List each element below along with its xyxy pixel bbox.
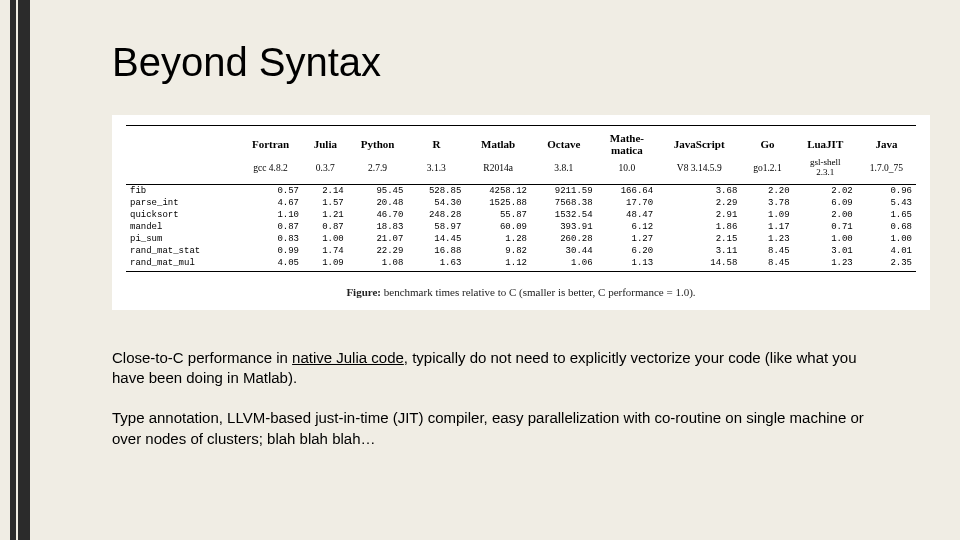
cell: 393.91 [531, 221, 597, 233]
figure-caption: Figure: benchmark times relative to C (s… [126, 286, 916, 298]
cell: 1.23 [794, 257, 857, 272]
cell: 166.64 [597, 184, 658, 197]
col-version: 1.7.0_75 [857, 157, 916, 184]
cell: 14.45 [407, 233, 465, 245]
row-label: pi_sum [126, 233, 238, 245]
cell: 9211.59 [531, 184, 597, 197]
cell: 1.00 [794, 233, 857, 245]
table-row: rand_mat_mul4.051.091.081.631.121.061.13… [126, 257, 916, 272]
cell: 1.08 [348, 257, 408, 272]
cell: 95.45 [348, 184, 408, 197]
col-header: Julia [303, 126, 348, 158]
col-version: V8 3.14.5.9 [657, 157, 741, 184]
benchmark-figure: Fortran Julia Python R Matlab Octave Mat… [112, 115, 930, 310]
col-version: 0.3.7 [303, 157, 348, 184]
cell: 248.28 [407, 209, 465, 221]
cell: 1.23 [741, 233, 793, 245]
cell: 1.13 [597, 257, 658, 272]
col-version: gsl-shell2.3.1 [794, 157, 857, 184]
paragraph-2: Type annotation, LLVM-based just-in-time… [112, 408, 892, 449]
cell: 18.83 [348, 221, 408, 233]
cell: 1.00 [303, 233, 348, 245]
col-version: gcc 4.8.2 [238, 157, 303, 184]
row-label: quicksort [126, 209, 238, 221]
row-label: fib [126, 184, 238, 197]
col-header: LuaJIT [794, 126, 857, 158]
cell: 3.01 [794, 245, 857, 257]
table-row: quicksort1.101.2146.70248.2855.871532.54… [126, 209, 916, 221]
cell: 1.28 [465, 233, 531, 245]
slide-title: Beyond Syntax [112, 40, 920, 85]
cell: 1.10 [238, 209, 303, 221]
cell: 2.02 [794, 184, 857, 197]
col-version: 3.8.1 [531, 157, 597, 184]
underlined-text: native Julia code [292, 349, 404, 366]
benchmark-table: Fortran Julia Python R Matlab Octave Mat… [126, 125, 916, 272]
col-header: Mathe-matica [597, 126, 658, 158]
cell: 1.12 [465, 257, 531, 272]
cell: 46.70 [348, 209, 408, 221]
table-row: parse_int4.671.5720.4854.301525.887568.3… [126, 197, 916, 209]
cell: 9.82 [465, 245, 531, 257]
cell: 6.20 [597, 245, 658, 257]
cell: 55.87 [465, 209, 531, 221]
row-label: mandel [126, 221, 238, 233]
cell: 0.87 [238, 221, 303, 233]
cell: 21.07 [348, 233, 408, 245]
col-version: 2.7.9 [348, 157, 408, 184]
col-header: Matlab [465, 126, 531, 158]
cell: 1.09 [741, 209, 793, 221]
cell: 2.91 [657, 209, 741, 221]
cell: 4.01 [857, 245, 916, 257]
cell: 54.30 [407, 197, 465, 209]
cell: 1.74 [303, 245, 348, 257]
slide-content: Beyond Syntax Fortran Julia Python R Mat… [32, 0, 960, 540]
cell: 14.58 [657, 257, 741, 272]
body-text: Close-to-C performance in native Julia c… [112, 348, 892, 449]
cell: 2.00 [794, 209, 857, 221]
cell: 1.27 [597, 233, 658, 245]
cell: 4.05 [238, 257, 303, 272]
cell: 1.00 [857, 233, 916, 245]
col-header: Java [857, 126, 916, 158]
col-header: R [407, 126, 465, 158]
cell: 1.63 [407, 257, 465, 272]
cell: 0.57 [238, 184, 303, 197]
cell: 30.44 [531, 245, 597, 257]
cell: 1.65 [857, 209, 916, 221]
table-row: mandel0.870.8718.8358.9760.09393.916.121… [126, 221, 916, 233]
cell: 1532.54 [531, 209, 597, 221]
cell: 5.43 [857, 197, 916, 209]
col-header: Fortran [238, 126, 303, 158]
col-version: go1.2.1 [741, 157, 793, 184]
cell: 2.35 [857, 257, 916, 272]
cell: 1.17 [741, 221, 793, 233]
cell: 1.21 [303, 209, 348, 221]
cell: 0.83 [238, 233, 303, 245]
text: Close-to-C performance in [112, 349, 292, 366]
caption-label: Figure: [346, 286, 381, 298]
cell: 2.14 [303, 184, 348, 197]
cell: 528.85 [407, 184, 465, 197]
cell: 60.09 [465, 221, 531, 233]
table-row: pi_sum0.831.0021.0714.451.28260.281.272.… [126, 233, 916, 245]
cell: 1.09 [303, 257, 348, 272]
cell: 6.12 [597, 221, 658, 233]
cell: 2.20 [741, 184, 793, 197]
cell: 1.57 [303, 197, 348, 209]
col-header: JavaScript [657, 126, 741, 158]
cell: 48.47 [597, 209, 658, 221]
row-label: rand_mat_stat [126, 245, 238, 257]
cell: 7568.38 [531, 197, 597, 209]
caption-text: benchmark times relative to C (smaller i… [384, 286, 696, 298]
cell: 6.09 [794, 197, 857, 209]
cell: 1.06 [531, 257, 597, 272]
cell: 0.71 [794, 221, 857, 233]
cell: 3.68 [657, 184, 741, 197]
table-header-versions: gcc 4.8.2 0.3.7 2.7.9 3.1.3 R2014a 3.8.1… [126, 157, 916, 184]
cell: 17.70 [597, 197, 658, 209]
cell: 3.11 [657, 245, 741, 257]
col-header: Octave [531, 126, 597, 158]
cell: 0.96 [857, 184, 916, 197]
cell: 16.88 [407, 245, 465, 257]
